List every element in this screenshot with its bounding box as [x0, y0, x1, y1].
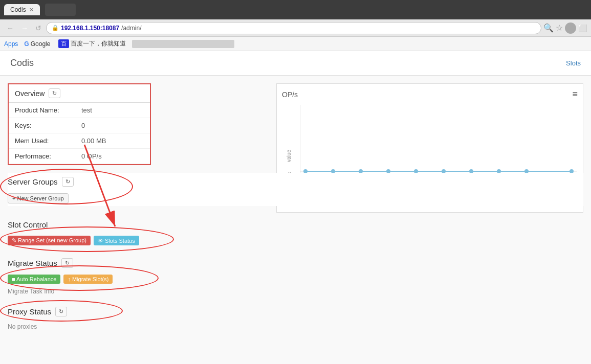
server-groups-section: Server Groups ↻ + New Server Group — [8, 173, 583, 206]
slot-control-buttons: ✎ Range Set (set new Group) 👁 Slots Stat… — [8, 233, 583, 248]
bookmark-icon[interactable]: ☆ — [556, 23, 563, 33]
no-proxies-label: No proxies — [8, 321, 583, 333]
overview-info-table: Product Name: test Keys: 0 Mem Used: 0.0… — [9, 103, 150, 164]
browser-tab[interactable]: Codis ✕ — [4, 4, 40, 15]
table-row: Performace: 0 OP/s — [9, 149, 150, 164]
app-title: Codis — [10, 58, 34, 69]
slots-link[interactable]: Slots — [566, 59, 581, 67]
field-value: 0 OP/s — [75, 149, 150, 164]
overview-panel: Overview ↻ Product Name: test Keys: 0 Me… — [8, 83, 151, 165]
tab-title: Codis — [10, 6, 26, 13]
overview-title: Overview — [15, 89, 45, 98]
proxy-header: Proxy Status ↻ — [8, 303, 583, 321]
field-label: Mem Used: — [9, 133, 75, 149]
slot-control-title: Slot Control — [8, 220, 48, 229]
apps-bookmark[interactable]: Apps — [4, 40, 18, 48]
new-server-group-btn[interactable]: + New Server Group — [8, 193, 69, 203]
range-set-btn[interactable]: ✎ Range Set (set new Group) — [8, 236, 91, 245]
baidu-bookmark[interactable]: 百 百度一下，你就知道 — [56, 38, 128, 49]
proxy-section: Proxy Status ↻ No proxies — [8, 303, 583, 333]
reload-btn[interactable]: ↺ — [33, 23, 44, 33]
table-row: Keys: 0 — [9, 118, 150, 133]
back-btn[interactable]: ← — [4, 23, 16, 33]
address-path: /admin/ — [121, 25, 141, 32]
server-groups-content: + New Server Group — [8, 191, 583, 206]
overview-header: Overview ↻ — [9, 84, 150, 103]
bookmarks-bar: Apps G Google 百 百度一下，你就知道 — [0, 37, 591, 51]
migrate-buttons: ■ Auto Rebalance ↑ Migrate Slot(s) — [8, 272, 583, 286]
app-header: Codis Slots — [0, 51, 591, 76]
auto-rebalance-btn[interactable]: ■ Auto Rebalance — [8, 275, 60, 284]
field-value: 0 — [75, 118, 150, 133]
baidu-label: 百度一下，你就知道 — [71, 39, 126, 48]
migrate-header: Migrate Status ↻ — [8, 254, 583, 272]
address-highlight: 192.168.1.150:18087 — [61, 25, 119, 32]
server-groups-header: Server Groups ↻ — [8, 173, 583, 191]
overview-refresh-btn[interactable]: ↻ — [49, 88, 60, 98]
field-label: Performace: — [9, 149, 75, 164]
slot-control-section: Slot Control ✎ Range Set (set new Group)… — [8, 216, 583, 248]
slots-status-btn[interactable]: 👁 Slots Status — [94, 236, 139, 245]
google-label: Google — [31, 40, 51, 48]
google-bookmark[interactable]: G Google — [22, 39, 52, 49]
search-icon[interactable]: 🔍 — [543, 23, 554, 33]
slot-control-header: Slot Control — [8, 216, 583, 233]
migrate-task-info: Migrate Task Info — [8, 286, 583, 297]
server-groups-refresh-btn[interactable]: ↻ — [62, 177, 74, 187]
migrate-section: Migrate Status ↻ ■ Auto Rebalance ↑ Migr… — [8, 254, 583, 297]
proxy-refresh-btn[interactable]: ↻ — [55, 307, 67, 316]
main-content: Overview ↻ Product Name: test Keys: 0 Me… — [0, 76, 591, 364]
migrate-slots-btn[interactable]: ↑ Migrate Slot(s) — [63, 275, 113, 284]
window-icon[interactable]: ⬜ — [578, 24, 587, 32]
server-groups-title: Server Groups — [8, 177, 58, 186]
field-label: Product Name: — [9, 103, 75, 118]
browser-chrome: Codis ✕ — [0, 0, 591, 19]
migrate-title: Migrate Status — [8, 259, 57, 267]
field-value: test — [75, 103, 150, 118]
proxy-title: Proxy Status — [8, 307, 51, 316]
table-row: Product Name: test — [9, 103, 150, 118]
field-value: 0.00 MB — [75, 133, 150, 149]
tab-close-btn[interactable]: ✕ — [29, 7, 34, 13]
field-label: Keys: — [9, 118, 75, 133]
migrate-refresh-btn[interactable]: ↻ — [61, 258, 73, 268]
forward-btn[interactable]: → — [18, 23, 31, 33]
table-row: Mem Used: 0.00 MB — [9, 133, 150, 149]
